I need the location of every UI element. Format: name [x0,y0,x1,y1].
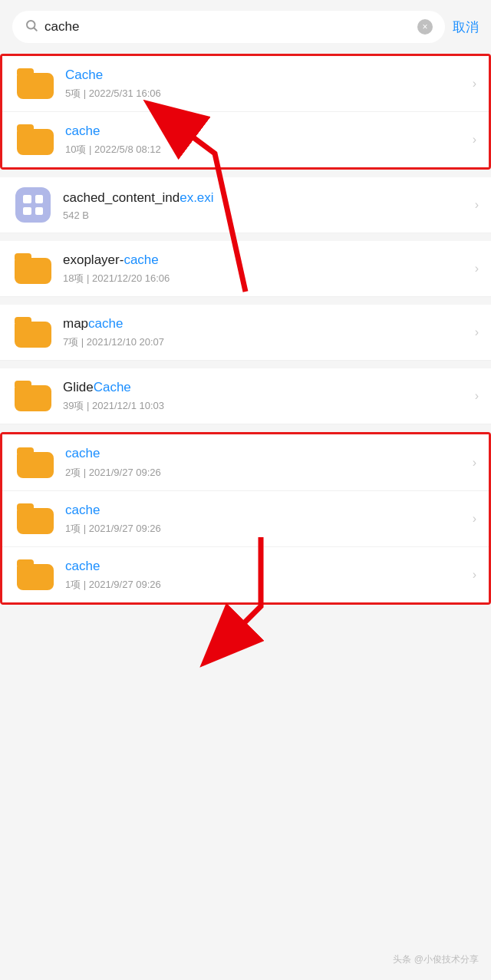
list-item[interactable]: Cache 5项 | 2022/5/31 16:06 › [2,56,489,112]
item-name: cache [65,445,466,462]
item-info: cached_content_index.exi 542 B [63,190,469,221]
chevron-icon: › [473,456,476,470]
item-name: cache [65,123,466,140]
item-info: cache 1项 | 2021/9/27 09:26 [65,558,466,592]
clear-button[interactable]: × [417,19,433,35]
cancel-button[interactable]: 取消 [453,18,479,36]
list-item[interactable]: cached_content_index.exi 542 B › [0,177,491,233]
item-info: cache 2项 | 2021/9/27 09:26 [65,445,466,479]
chevron-icon: › [475,325,479,339]
folder-icon [15,67,56,101]
list-item[interactable]: exoplayer-cache 18项 | 2021/12/20 16:06 › [0,241,491,297]
item-name: GlideCache [63,379,469,396]
folder-icon [12,252,54,285]
item-meta: 10项 | 2022/5/8 08:12 [65,143,466,157]
list-item[interactable]: cache 2项 | 2021/9/27 09:26 › [2,434,489,490]
chevron-icon: › [473,568,476,582]
folder-icon [15,502,56,536]
results-list: Cache 5项 | 2022/5/31 16:06 › cache 10项 |… [0,54,491,620]
item-name: cached_content_index.exi [63,190,469,206]
folder-icon [15,558,56,592]
search-icon [25,18,38,35]
item-info: GlideCache 39项 | 2021/12/1 10:03 [63,379,469,413]
item-meta: 1项 | 2021/9/27 09:26 [65,578,466,592]
item-name: exoplayer-cache [63,252,469,269]
search-bar: × 取消 [0,0,491,54]
item-meta: 7项 | 2021/12/10 20:07 [63,335,469,349]
highlight-group-2: cache 2项 | 2021/9/27 09:26 › cache 1项 | … [0,432,491,604]
search-input[interactable] [44,19,411,35]
list-item[interactable]: GlideCache 39项 | 2021/12/1 10:03 › [0,368,491,424]
search-input-wrap[interactable]: × [12,11,445,43]
list-item[interactable]: cache 1项 | 2021/9/27 09:26 › [2,491,489,547]
item-info: exoplayer-cache 18项 | 2021/12/20 16:06 [63,252,469,285]
item-meta: 1项 | 2021/9/27 09:26 [65,522,466,536]
chevron-icon: › [473,512,476,526]
chevron-icon: › [475,262,479,276]
item-meta: 2项 | 2021/9/27 09:26 [65,466,466,480]
item-name: cache [65,502,466,519]
folder-icon [15,123,56,157]
list-item[interactable]: cache 1项 | 2021/9/27 09:26 › [2,547,489,602]
chevron-icon: › [473,77,476,91]
item-name: cache [65,558,466,575]
app-icon [12,188,54,222]
chevron-icon: › [475,389,479,403]
item-meta: 542 B [63,210,469,221]
item-meta: 5项 | 2022/5/31 16:06 [65,87,466,101]
watermark: 头条 @小俊技术分享 [393,953,479,966]
folder-icon [12,379,54,413]
item-name: mapcache [63,315,469,332]
list-item[interactable]: mapcache 7项 | 2021/12/10 20:07 › [0,305,491,361]
chevron-icon: › [473,133,476,147]
item-meta: 39项 | 2021/12/1 10:03 [63,399,469,413]
highlight-group-1: Cache 5项 | 2022/5/31 16:06 › cache 10项 |… [0,54,491,170]
item-info: Cache 5项 | 2022/5/31 16:06 [65,67,466,101]
item-info: mapcache 7项 | 2021/12/10 20:07 [63,315,469,349]
folder-icon [15,446,56,480]
list-item[interactable]: cache 10项 | 2022/5/8 08:12 › [2,112,489,167]
item-info: cache 1项 | 2021/9/27 09:26 [65,502,466,536]
item-meta: 18项 | 2021/12/20 16:06 [63,272,469,285]
folder-icon [12,315,54,349]
svg-line-1 [34,28,36,30]
chevron-icon: › [475,198,479,212]
item-name: Cache [65,67,466,84]
item-info: cache 10项 | 2022/5/8 08:12 [65,123,466,157]
